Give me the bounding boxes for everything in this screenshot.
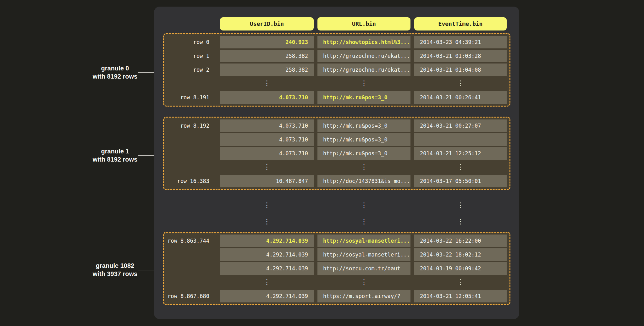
ellipsis-row: ⋮ ⋮ ⋮ [164,161,509,174]
cell-url: http://mk.ru&pos=3_0 [317,133,410,146]
cell-eventtime: 2014-03-21 01:03:28 [414,50,507,62]
table-row: row 8.867.680 4.292.714.039 https://m.sp… [164,290,509,302]
ellipsis-icon: ⋮ [220,161,314,174]
table-row: row 2 258.382 http://gruzochno.ru/ekat..… [164,64,509,76]
row-label: row 8.192 [164,119,216,132]
cell-userid: 240.923 [220,36,314,48]
column-header-pill-userid: UserID.bin [220,17,314,30]
page-background: granule 0 with 8192 rows granule 1 with … [0,0,644,326]
row-label [164,147,216,160]
ellipsis-icon: ⋮ [414,77,507,90]
cell-eventtime: 2014-03-21 12:05:41 [414,290,507,302]
cell-url: http://gruzochno.ru/ekat... [317,64,410,76]
table-row: 4.292.714.039 http://sosyal-mansetleri..… [164,248,509,261]
cell-url: http://mk.ru&pos=3_0 [317,91,410,104]
cell-eventtime: 2014-03-21 01:04:08 [414,64,507,76]
table-row: row 1 258.382 http://gruzochno.ru/ekat..… [164,50,509,62]
cell-eventtime: 2014-03-23 04:39:21 [414,36,507,48]
cell-eventtime: 2014-03-21 00:27:07 [414,119,507,132]
ellipsis-icon: ⋮ [414,161,507,174]
ellipsis-icon: ⋮ [220,216,314,228]
ellipsis-row: ⋮ ⋮ ⋮ [164,216,509,228]
row-label: row 16.383 [164,175,216,187]
ellipsis-row: ⋮ ⋮ ⋮ [164,77,509,90]
ellipsis-icon: ⋮ [220,199,314,212]
cell-eventtime: 2014-03-19 00:09:42 [414,262,507,275]
table-row: row 8.191 4.073.710 http://mk.ru&pos=3_0… [164,91,509,104]
row-label: row 2 [164,64,216,76]
cell-eventtime: 2014-03-22 16:22:00 [414,235,507,247]
cell-url: http://sosyal-mansetleri... [317,248,410,261]
ellipsis-icon: ⋮ [414,199,507,212]
row-label: row 0 [164,36,216,48]
cell-url: http://mk.ru&pos=3_0 [317,119,410,132]
cell-userid: 4.292.714.039 [220,248,314,261]
cell-eventtime-empty [414,133,507,146]
ellipsis-icon: ⋮ [317,199,410,212]
ellipsis-icon: ⋮ [414,216,507,228]
ellipsis-icon: ⋮ [220,77,314,90]
cell-url: http://showtopics.html%3... [317,36,410,48]
table-row: row 8.192 4.073.710 http://mk.ru&pos=3_0… [164,119,509,132]
cell-eventtime: 2014-03-17 05:50:01 [414,175,507,187]
column-header-pill-url: URL.bin [317,17,410,30]
cell-userid: 258.382 [220,64,314,76]
ellipsis-icon: ⋮ [317,161,410,174]
granule-box-1082: row 8.863.744 4.292.714.039 http://sosya… [163,232,510,305]
row-label: row 1 [164,50,216,62]
column-header-row: UserID.bin URL.bin EventTime.bin [164,17,509,30]
cell-eventtime: 2014-03-21 12:25:12 [414,147,507,160]
cell-eventtime: 2014-03-21 00:26:41 [414,91,507,104]
table-row: row 16.383 10.487.847 http://doc/1437831… [164,175,509,187]
ellipsis-icon: ⋮ [317,276,410,289]
ellipsis-icon: ⋮ [317,77,410,90]
granule-box-0: row 0 240.923 http://showtopics.html%3..… [163,33,510,107]
row-label [164,133,216,146]
cell-url: http://gruzochno.ru/ekat... [317,50,410,62]
cell-userid: 4.292.714.039 [220,290,314,302]
cell-url: http://mk.ru&pos=3_0 [317,147,410,160]
cell-url: https://m.sport.airway/? [317,290,410,302]
diagram-panel: UserID.bin URL.bin EventTime.bin row 0 2… [154,7,519,319]
table-row: 4.073.710 http://mk.ru&pos=3_0 2014-03-2… [164,147,509,160]
cell-userid: 4.073.710 [220,119,314,132]
cell-userid: 4.073.710 [220,91,314,104]
row-label [164,262,216,275]
table-row: 4.073.710 http://mk.ru&pos=3_0 [164,133,509,146]
cell-userid: 10.487.847 [220,175,314,187]
ellipsis-icon: ⋮ [220,276,314,289]
ellipsis-row: ⋮ ⋮ ⋮ [164,199,509,212]
header-spacer [164,17,216,30]
row-label [164,248,216,261]
granule-box-1: row 8.192 4.073.710 http://mk.ru&pos=3_0… [163,117,510,190]
cell-userid: 4.292.714.039 [220,262,314,275]
row-label: row 8.867.680 [164,290,216,302]
ellipsis-icon: ⋮ [414,276,507,289]
cell-url: http://sozcu.com.tr/oaut [317,262,410,275]
cell-eventtime: 2014-03-22 18:02:12 [414,248,507,261]
table-row: row 8.863.744 4.292.714.039 http://sosya… [164,235,509,247]
column-header-pill-eventtime: EventTime.bin [414,17,507,30]
ellipsis-row: ⋮ ⋮ ⋮ [164,276,509,289]
cell-url: http://sosyal-mansetleri... [317,235,410,247]
row-label: row 8.191 [164,91,216,104]
cell-userid: 4.292.714.039 [220,235,314,247]
cell-userid: 258.382 [220,50,314,62]
cell-userid: 4.073.710 [220,147,314,160]
cell-userid: 4.073.710 [220,133,314,146]
ellipsis-icon: ⋮ [317,216,410,228]
cell-url: http://doc/1437831&is_mo... [317,175,410,187]
table-row: row 0 240.923 http://showtopics.html%3..… [164,36,509,48]
table-row: 4.292.714.039 http://sozcu.com.tr/oaut 2… [164,262,509,275]
row-label: row 8.863.744 [164,235,216,247]
